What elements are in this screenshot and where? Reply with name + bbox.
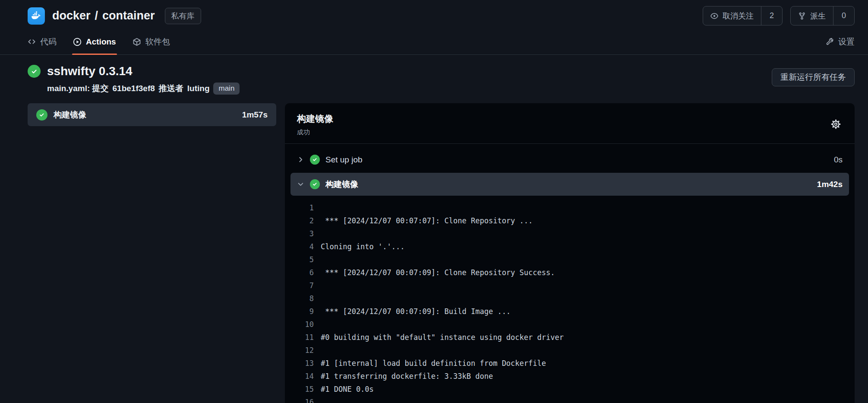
log-line: 5 [290,253,849,266]
job-list-item[interactable]: 构建镜像 1m57s [28,103,276,126]
repo-name-link[interactable]: container [102,9,155,22]
tab-code[interactable]: 代码 [28,29,57,54]
docker-whale-icon[interactable] [28,7,45,25]
log-line-number[interactable]: 14 [290,370,321,383]
run-header: sshwifty 0.3.14 main.yaml: 提交 61be1f3ef8… [0,55,868,95]
log-line: 10 [290,318,849,331]
log-line: 15#1 DONE 0.0s [290,383,849,396]
step-row-build-image[interactable]: 构建镜像 1m42s [290,173,849,196]
pusher-label: 推送者 [159,83,183,94]
run-body: 构建镜像 1m57s 构建镜像 成功 [0,95,868,403]
repo-actions: 取消关注 2 派生 0 [703,6,855,25]
private-repo-badge: 私有库 [165,8,201,24]
log-line: 12 [290,344,849,357]
log-line-text: *** [2024/12/07 00:07:07]: Clone Reposit… [321,214,533,227]
log-line-number[interactable]: 12 [290,344,321,357]
repo-title-separator: / [95,9,98,22]
tab-actions-label: Actions [86,37,116,47]
tab-settings-label: 设置 [838,36,855,48]
log-line: 6 *** [2024/12/07 00:07:09]: Clone Repos… [290,266,849,279]
log-line-number[interactable]: 4 [290,240,321,253]
log-line: 8 [290,292,849,305]
log-line-number[interactable]: 1 [290,201,321,214]
fork-button-group: 派生 0 [790,6,855,25]
log-line-number[interactable]: 15 [290,383,321,396]
log-settings-button[interactable] [829,117,843,132]
chevron-down-icon [297,181,304,188]
rerun-all-jobs-button[interactable]: 重新运行所有任务 [772,68,855,86]
log-line-text: *** [2024/12/07 00:07:09]: Build Image .… [321,305,511,318]
log-line-number[interactable]: 8 [290,292,321,305]
log-line-number[interactable]: 11 [290,331,321,344]
log-line-text: #1 [internal] load build definition from… [321,357,546,370]
repo-owner-link[interactable]: docker [52,9,91,22]
unwatch-button[interactable]: 取消关注 [703,6,761,25]
code-icon [28,38,36,46]
log-line-number[interactable]: 16 [290,396,321,403]
job-detail-panel: 构建镜像 成功 [285,103,855,403]
log-line: 1 [290,201,849,214]
log-line: 7 [290,279,849,292]
log-line-text: #1 transferring dockerfile: 3.33kB done [321,370,493,383]
job-duration: 1m57s [242,110,268,120]
log-line-number[interactable]: 2 [290,214,321,227]
workflow-file-label: main.yaml: 提交 [47,83,109,94]
step-success-icon [310,179,320,189]
fork-label: 派生 [810,11,826,21]
log-line-text: Cloning into '.'... [321,240,404,253]
step-success-icon [310,155,320,165]
branch-badge[interactable]: main [213,83,240,95]
repo-header: docker / container 私有库 取消关注 2 [0,0,868,28]
log-line-number[interactable]: 5 [290,253,321,266]
log-line: 13#1 [internal] load build definition fr… [290,357,849,370]
repo-title: docker / container [52,9,155,22]
unwatch-label: 取消关注 [723,11,754,21]
log-lines: 12 *** [2024/12/07 00:07:07]: Clone Repo… [290,197,849,403]
job-success-icon [36,109,47,121]
tab-packages[interactable]: 软件包 [133,29,170,54]
step-duration: 1m42s [817,180,843,189]
fork-icon [798,12,806,20]
chevron-right-icon [297,156,304,163]
step-name: Set up job [325,155,363,165]
run-success-icon [28,65,41,78]
step-list: Set up job 0s 构建镜像 1m42s 12 *** [2024/12… [285,144,855,403]
log-line-number[interactable]: 10 [290,318,321,331]
log-line-number[interactable]: 3 [290,227,321,240]
log-line-number[interactable]: 13 [290,357,321,370]
tab-actions[interactable]: Actions [73,29,116,54]
tab-settings[interactable]: 设置 [826,29,855,54]
log-line-number[interactable]: 6 [290,266,321,279]
log-line: 9 *** [2024/12/07 00:07:09]: Build Image… [290,305,849,318]
job-list: 构建镜像 1m57s [28,103,276,126]
watch-count[interactable]: 2 [761,6,782,25]
log-line: 11#0 building with "default" instance us… [290,331,849,344]
fork-count[interactable]: 0 [833,6,854,25]
log-line-number[interactable]: 9 [290,305,321,318]
log-line: 2 *** [2024/12/07 00:07:07]: Clone Repos… [290,214,849,227]
job-detail-title: 构建镜像 [297,113,333,125]
log-line: 16 [290,396,849,403]
run-title: sshwifty 0.3.14 [47,64,133,78]
job-status-text: 成功 [297,128,333,136]
package-icon [133,38,141,46]
gear-icon [830,118,842,130]
play-circle-icon [73,38,82,46]
wrench-icon [826,38,834,46]
step-row-setup-job[interactable]: Set up job 0s [290,148,849,171]
tab-packages-label: 软件包 [145,36,170,48]
run-commit-line: main.yaml: 提交 61be1f3ef8 推送者 luting main [47,83,240,95]
log-line-number[interactable]: 7 [290,279,321,292]
fork-button[interactable]: 派生 [791,6,833,25]
repo-tabbar: 代码 Actions 软件包 设置 [0,29,868,55]
step-name: 构建镜像 [325,179,358,190]
step-duration: 0s [834,155,843,165]
watch-button-group: 取消关注 2 [703,6,783,25]
log-line: 14#1 transferring dockerfile: 3.33kB don… [290,370,849,383]
job-name: 构建镜像 [54,109,86,121]
job-detail-header: 构建镜像 成功 [285,103,855,144]
log-line: 4Cloning into '.'... [290,240,849,253]
log-line: 3 [290,227,849,240]
commit-sha-link[interactable]: 61be1f3ef8 [113,84,155,93]
pusher-name-link[interactable]: luting [187,84,210,93]
